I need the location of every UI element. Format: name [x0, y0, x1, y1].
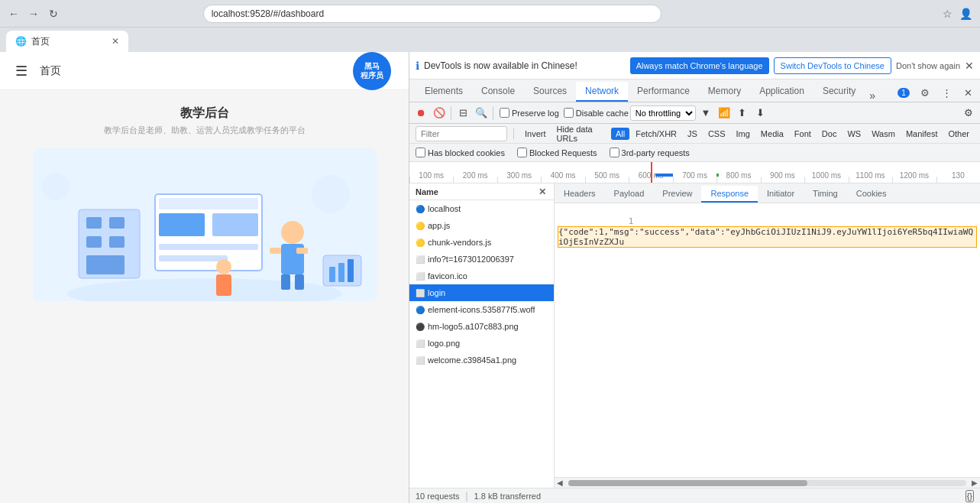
file-item-logo[interactable]: ⬜ logo.png: [409, 335, 554, 352]
notification-close-icon[interactable]: ✕: [965, 60, 974, 72]
wifi-icon[interactable]: 📶: [716, 105, 733, 122]
scrollbar-track[interactable]: [568, 480, 966, 486]
filter-hide-data-urls[interactable]: Hide data URLs: [552, 123, 610, 144]
filter-all[interactable]: All: [611, 128, 629, 140]
file-item-hm-logo[interactable]: ⚫ hm-logo5.a107c883.png: [409, 318, 554, 335]
resp-tab-cookies[interactable]: Cookies: [847, 186, 896, 203]
tab-elements[interactable]: Elements: [416, 82, 472, 102]
response-scrollbar[interactable]: ◀ ▶: [555, 477, 980, 488]
svg-rect-9: [159, 198, 258, 209]
export-icon[interactable]: ⬇: [752, 105, 769, 122]
blocked-requests-checkbox[interactable]: Blocked Requests: [517, 148, 597, 157]
filter-input[interactable]: [416, 126, 507, 141]
toolbar-separator-2: [493, 106, 493, 120]
svg-rect-27: [348, 259, 354, 282]
import-icon[interactable]: ⬆: [734, 105, 751, 122]
close-devtools-icon[interactable]: ✕: [959, 83, 977, 102]
disable-cache-input[interactable]: [564, 108, 574, 118]
browser-tab[interactable]: 🌐 首页 ✕: [6, 31, 128, 52]
resp-tab-preview[interactable]: Preview: [653, 186, 701, 203]
hamburger-icon[interactable]: ☰: [15, 63, 27, 80]
topbar-icons: ☆ 👤: [940, 6, 974, 21]
back-button[interactable]: ←: [6, 6, 21, 21]
tab-security[interactable]: Security: [813, 82, 865, 102]
browser-topbar: ← → ↻ localhost:9528/#/dashboard ☆ 👤: [0, 0, 980, 28]
tab-close-button[interactable]: ✕: [112, 36, 119, 47]
resp-tab-headers[interactable]: Headers: [555, 186, 605, 203]
preserve-log-input[interactable]: [500, 108, 509, 118]
file-item-chunk-vendors[interactable]: 🟡 chunk-vendors.js: [409, 234, 554, 251]
file-item-appjs[interactable]: 🟡 app.js: [409, 217, 554, 234]
filter-js[interactable]: JS: [683, 128, 702, 140]
filter-doc[interactable]: Doc: [817, 128, 842, 140]
tab-application[interactable]: Application: [750, 82, 813, 102]
forward-button[interactable]: →: [26, 6, 41, 21]
tab-memory[interactable]: Memory: [699, 82, 750, 102]
more-tabs-button[interactable]: »: [865, 89, 880, 102]
resp-tab-initiator[interactable]: Initiator: [758, 186, 804, 203]
network-conditions-icon[interactable]: ▼: [697, 105, 714, 122]
svg-rect-5: [86, 236, 102, 248]
third-party-checkbox[interactable]: 3rd-party requests: [610, 148, 690, 157]
dont-show-text[interactable]: Don't show again: [896, 61, 960, 70]
nav-link-home[interactable]: 首页: [40, 64, 61, 78]
record-button[interactable]: ⏺: [412, 105, 429, 122]
clear-button[interactable]: 🚫: [431, 105, 448, 122]
filter-font[interactable]: Font: [790, 128, 816, 140]
filter-ws[interactable]: WS: [843, 128, 865, 140]
console-counter-badge[interactable]: 1: [894, 83, 913, 102]
file-item-localhost[interactable]: 🔵 localhost: [409, 200, 554, 217]
filter-img[interactable]: Img: [732, 128, 755, 140]
settings-gear-icon[interactable]: ⚙: [960, 105, 977, 122]
preserve-log-checkbox[interactable]: Preserve log: [500, 108, 559, 118]
format-button[interactable]: {}: [965, 490, 974, 502]
throttle-select[interactable]: No throttling: [630, 105, 696, 121]
tab-console[interactable]: Console: [472, 82, 524, 102]
blocked-cookies-input[interactable]: [416, 148, 425, 157]
svg-point-22: [312, 175, 350, 213]
disable-cache-checkbox[interactable]: Disable cache: [564, 108, 629, 118]
filter-fetch-xhr[interactable]: Fetch/XHR: [631, 128, 681, 140]
illustration-graphic: [33, 148, 377, 301]
filter-wasm[interactable]: Wasm: [867, 128, 900, 140]
resp-tab-payload[interactable]: Payload: [605, 186, 654, 203]
settings-icon[interactable]: ⚙: [916, 83, 934, 102]
file-item-element-icons[interactable]: 🔵 element-icons.535877f5.woff: [409, 301, 554, 318]
filter-invert[interactable]: Invert: [520, 128, 551, 140]
dashboard-illustration: 教学后台 教学后台是老师、助教、运营人员完成教学任务的平台: [33, 105, 377, 303]
resp-tab-response[interactable]: Response: [701, 186, 758, 203]
file-item-login[interactable]: ⬜ login: [409, 284, 554, 301]
tab-sources[interactable]: Sources: [524, 82, 576, 102]
devtools-tabs: Elements Console Sources Network Perform…: [409, 80, 980, 102]
response-line-1: 1{"code":1,"msg":"success","data":"eyJhb…: [558, 206, 977, 258]
filter-css[interactable]: CSS: [703, 128, 730, 140]
account-icon[interactable]: 👤: [959, 6, 974, 21]
file-item-info[interactable]: ⬜ info?t=1673012006397: [409, 251, 554, 268]
file-item-welcome[interactable]: ⬜ welcome.c39845a1.png: [409, 352, 554, 368]
filter-manifest[interactable]: Manifest: [901, 128, 943, 140]
scroll-right-arrow[interactable]: ▶: [969, 478, 980, 488]
filter-other[interactable]: Other: [943, 128, 974, 140]
tab-performance[interactable]: Performance: [628, 82, 699, 102]
resp-tab-timing[interactable]: Timing: [804, 186, 847, 203]
scroll-left-arrow[interactable]: ◀: [555, 478, 565, 488]
scrollbar-thumb[interactable]: [568, 480, 807, 486]
file-item-favicon[interactable]: ⬜ favicon.ico: [409, 268, 554, 284]
switch-to-chinese-button[interactable]: Switch DevTools to Chinese: [774, 57, 891, 74]
address-bar[interactable]: localhost:9528/#/dashboard: [203, 5, 661, 23]
blocked-cookies-checkbox[interactable]: Has blocked cookies: [416, 148, 505, 157]
badge: 1: [898, 88, 910, 98]
blocked-requests-input[interactable]: [517, 148, 527, 157]
filter-icon[interactable]: ⊟: [454, 105, 471, 122]
more-options-icon[interactable]: ⋮: [937, 83, 956, 102]
tab-title: 首页: [31, 35, 50, 48]
reload-button[interactable]: ↻: [46, 6, 61, 21]
bookmark-icon[interactable]: ☆: [940, 6, 956, 21]
filter-media[interactable]: Media: [756, 128, 788, 140]
favicon-icon: ⬜: [416, 272, 425, 281]
match-language-button[interactable]: Always match Chrome's language: [630, 57, 769, 74]
search-icon[interactable]: 🔍: [473, 105, 490, 122]
file-list-close-button[interactable]: ✕: [537, 185, 548, 199]
tab-network[interactable]: Network: [576, 82, 628, 102]
third-party-input[interactable]: [610, 148, 619, 157]
